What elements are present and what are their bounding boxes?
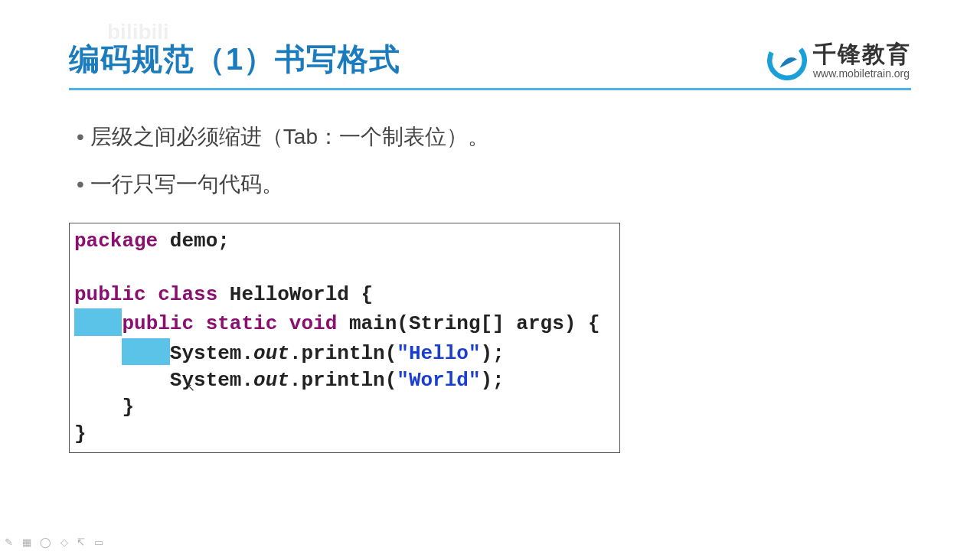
indent-highlight (122, 338, 169, 365)
watermark: bilibili (107, 20, 169, 44)
cursor-icon: ↖ (186, 381, 195, 393)
indent-highlight (74, 308, 122, 335)
logo-text-cn: 千锋教育 (813, 41, 911, 68)
code-block: package demo; public class HelloWorld { … (69, 223, 620, 453)
slide-title: 编码规范（1）书写格式 (69, 38, 400, 80)
logo-text-url: www.mobiletrain.org (813, 67, 910, 80)
bullet-item: •一行只写一句代码。 (77, 161, 911, 208)
logo-icon (767, 41, 807, 80)
logo-block: 千锋教育 www.mobiletrain.org (767, 41, 911, 80)
slide-header: 编码规范（1）书写格式 千锋教育 www.mobiletrain.org (69, 38, 911, 90)
footer-toolbar: ✎ ▦ ◯ ◇ ↸ ▭ (5, 536, 106, 548)
bullet-item: •层级之间必须缩进（Tab：一个制表位）。 (77, 113, 911, 161)
slide-content: 编码规范（1）书写格式 千锋教育 www.mobiletrain.org •层级… (0, 0, 980, 453)
bullet-list: •层级之间必须缩进（Tab：一个制表位）。 •一行只写一句代码。 (69, 113, 911, 207)
